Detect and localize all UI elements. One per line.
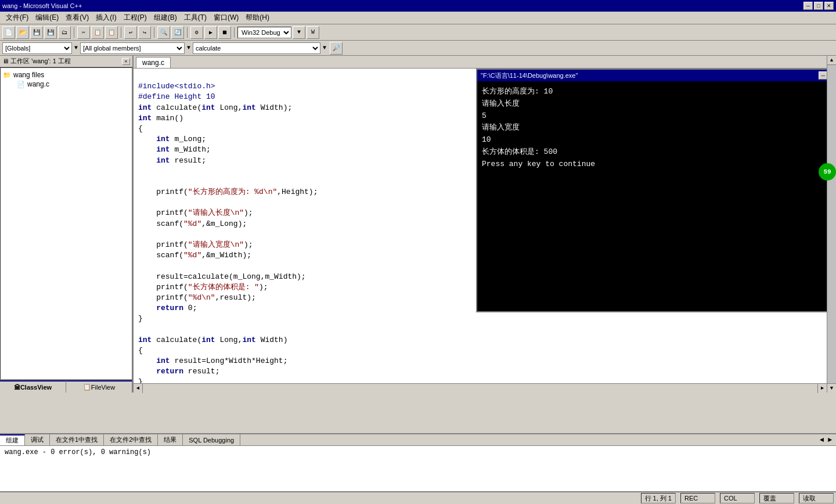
main-scroll-down[interactable]: ▼ [827,383,836,393]
cut-button[interactable]: ✂ [77,26,90,39]
console-line-3: 5 [482,110,827,123]
menu-insert[interactable]: 插入(I) [92,12,120,24]
separator-2 [121,27,121,38]
tab-build[interactable]: 组建 [0,434,25,445]
console-title: "F:\C语言\11-14\Debug\wang.exe" [481,71,817,80]
status-rec: REC [680,493,715,503]
menu-project[interactable]: 工程(P) [120,12,150,24]
console-title-bar: "F:\C语言\11-14\Debug\wang.exe" ─ □ ✕ [477,70,827,81]
output-nav: ◄ ► [817,434,836,445]
close-button[interactable]: ✕ [824,2,834,10]
output-tab-bar: 组建 调试 在文件1中查找 在文件2中查找 结果 SQL Debugging ◄… [0,434,836,446]
combo-arrow-2: ▼ [186,45,192,51]
status-col: COL [720,493,755,503]
tab-sql[interactable]: SQL Debugging [183,434,240,445]
status-bar: 行 1, 列 1 REC COL 覆盖 读取 [0,491,836,504]
compile-button[interactable]: ⚙ [190,26,203,39]
status-ovr: 覆盖 [759,493,794,503]
status-right: 行 1, 列 1 REC COL 覆盖 读取 [641,493,834,503]
separator-3 [154,27,154,38]
menu-help[interactable]: 帮助(H) [242,12,273,24]
classview-icon: 🏛 [14,384,20,391]
menu-bar: 文件(F) 编辑(E) 查看(V) 插入(I) 工程(P) 组建(B) 工具(T… [0,12,836,24]
redo-button[interactable]: ↪ [138,26,151,39]
tab-fileview[interactable]: 📋 FileView [66,380,132,393]
workspace-header: 🖥 工作区 'wang': 1 工程 ✕ [0,56,132,67]
green-badge: 59 [819,163,836,181]
code-editor[interactable]: #include<stdio.h> #define Height 10 int … [134,69,827,383]
menu-window[interactable]: 窗口(W) [210,12,242,24]
combo-arrow-1: ▼ [73,45,79,51]
toolbar-nav: [Globals] ▼ [All global members] ▼ calcu… [0,41,836,56]
members-combo[interactable]: [All global members] [80,42,185,54]
find-button[interactable]: 🔍 [157,26,170,39]
console-line-1: 长方形的高度为: 10 [482,86,827,98]
tree-item-wang[interactable]: 📁 wang files [3,70,129,80]
scroll-htrack [143,384,817,393]
globals-combo[interactable]: [Globals] [2,42,72,54]
title-bar: wang - Microsoft Visual C++ ─ □ ✕ [0,0,836,12]
nav-button[interactable]: 🔎 [330,42,343,55]
panel-close-btn[interactable]: ✕ [122,58,130,65]
console-line-5: 请输入宽度 [482,122,827,134]
separator-1 [74,27,74,38]
fileview-icon: 📋 [83,383,91,391]
open-file-button[interactable]: 📂 [16,26,29,39]
new-file-button[interactable]: 📄 [2,26,15,39]
status-rowcol: 行 1, 列 1 [641,493,676,503]
main-vscrollbar[interactable]: ▲ ▼ [827,56,836,393]
paste-button[interactable]: 📋 [105,26,118,39]
tab-debug[interactable]: 调试 [25,434,50,445]
editor-tab-bar: wang.c [134,56,827,69]
tab-classview[interactable]: 🏛 ClassView [0,380,66,393]
save-all-button[interactable]: 💾 [44,26,57,39]
minimize-button[interactable]: ─ [803,2,813,10]
undo-button[interactable]: ↩ [124,26,137,39]
output-scroll-left[interactable]: ◄ [820,436,826,444]
console-window: "F:\C语言\11-14\Debug\wang.exe" ─ □ ✕ 长方形的… [476,69,827,312]
separator-5 [234,27,235,38]
config-combo[interactable]: Win32 Debug [237,27,291,38]
copy-button[interactable]: 📋 [91,26,104,39]
stop-button[interactable]: ⏹ [218,26,231,39]
tab-results[interactable]: 结果 [158,434,183,445]
status-read: 读取 [799,493,834,503]
workspace-panel: 🖥 工作区 'wang': 1 工程 ✕ 📁 wang files 📄 wang… [0,56,134,393]
workspace-tree: 📁 wang files 📄 wang.c [0,67,132,380]
window-controls: ─ □ ✕ [803,2,834,10]
run-button[interactable]: ▶ [204,26,217,39]
menu-tools[interactable]: 工具(T) [181,12,210,24]
tab-spacer [240,434,817,445]
scroll-right-btn[interactable]: ► [817,384,827,393]
file-icon: 📄 [17,81,25,88]
output-scroll-right[interactable]: ► [828,436,834,444]
menu-file[interactable]: 文件(F) [2,12,32,24]
workspace-title: 🖥 工作区 'wang': 1 工程 [2,57,71,66]
maximize-button[interactable]: □ [814,2,823,10]
replace-button[interactable]: 🔄 [171,26,184,39]
tab-find1[interactable]: 在文件1中查找 [50,434,104,445]
panel-tabs: 🏛 ClassView 📋 FileView [0,380,132,393]
tab-find2[interactable]: 在文件2中查找 [104,434,158,445]
main-scroll-track [827,65,836,383]
console-line-6: 10 [482,134,827,146]
editor-hscrollbar[interactable]: ◄ ► [134,383,827,393]
editor-tab-wang-c[interactable]: wang.c [136,57,171,68]
main-scroll-up[interactable]: ▲ [827,56,836,65]
console-minimize-btn[interactable]: ─ [819,71,827,80]
app-title: wang - Microsoft Visual C++ [2,2,803,9]
menu-view[interactable]: 查看(V) [62,12,92,24]
config-btn[interactable]: ▼ [293,26,305,39]
combo-arrow-3: ▼ [322,45,327,51]
wizardbar-button[interactable]: W [307,26,319,39]
scroll-left-btn[interactable]: ◄ [134,384,143,393]
calculate-combo[interactable]: calculate [193,42,320,54]
console-line-2: 请输入长度 [482,98,827,110]
menu-edit[interactable]: 编辑(E) [32,12,62,24]
save-workspace-button[interactable]: 🗂 [58,26,71,39]
tree-item-wang-c[interactable]: 📄 wang.c [3,80,129,89]
menu-build[interactable]: 组建(B) [150,12,181,24]
save-button[interactable]: 💾 [30,26,43,39]
console-line-8: Press any key to continue [482,159,827,171]
editor-area: wang.c #include<stdio.h> #define Height … [134,56,827,393]
